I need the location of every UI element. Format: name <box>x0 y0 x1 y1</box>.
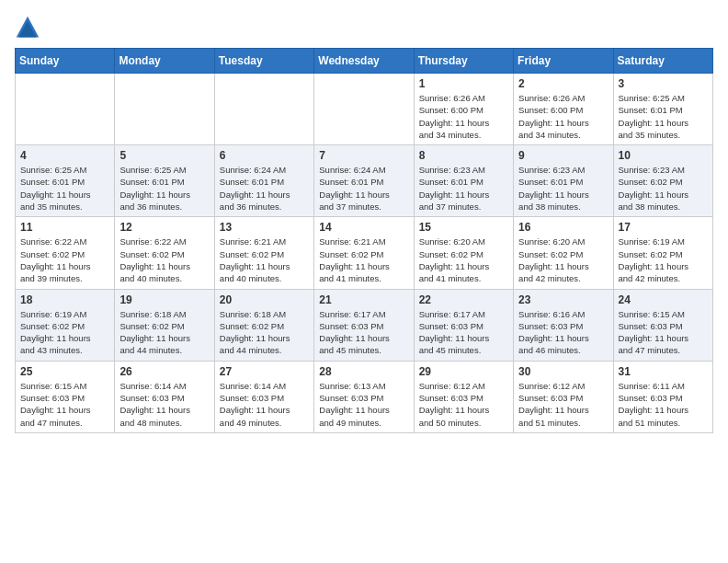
calendar-day-23: 23Sunrise: 6:16 AM Sunset: 6:03 PM Dayli… <box>514 289 613 361</box>
calendar-week-4: 18Sunrise: 6:19 AM Sunset: 6:02 PM Dayli… <box>16 289 713 361</box>
empty-cell <box>115 74 214 145</box>
day-info: Sunrise: 6:24 AM Sunset: 6:01 PM Dayligh… <box>220 164 309 213</box>
day-number: 10 <box>619 149 708 162</box>
day-info: Sunrise: 6:26 AM Sunset: 6:00 PM Dayligh… <box>419 92 508 141</box>
calendar-day-15: 15Sunrise: 6:20 AM Sunset: 6:02 PM Dayli… <box>414 217 513 289</box>
calendar-day-27: 27Sunrise: 6:14 AM Sunset: 6:03 PM Dayli… <box>214 361 313 432</box>
calendar-day-16: 16Sunrise: 6:20 AM Sunset: 6:02 PM Dayli… <box>514 217 613 289</box>
calendar-day-20: 20Sunrise: 6:18 AM Sunset: 6:02 PM Dayli… <box>214 289 313 361</box>
day-info: Sunrise: 6:14 AM Sunset: 6:03 PM Dayligh… <box>119 380 209 429</box>
day-header-wednesday: Wednesday <box>314 49 414 74</box>
calendar-day-10: 10Sunrise: 6:23 AM Sunset: 6:02 PM Dayli… <box>613 145 712 217</box>
day-info: Sunrise: 6:20 AM Sunset: 6:02 PM Dayligh… <box>419 236 508 284</box>
day-number: 26 <box>119 365 209 378</box>
day-number: 23 <box>518 293 608 306</box>
calendar-week-2: 4Sunrise: 6:25 AM Sunset: 6:01 PM Daylig… <box>16 145 713 217</box>
calendar-day-5: 5Sunrise: 6:25 AM Sunset: 6:01 PM Daylig… <box>115 145 214 217</box>
day-number: 3 <box>619 77 708 90</box>
calendar-day-4: 4Sunrise: 6:25 AM Sunset: 6:01 PM Daylig… <box>16 145 115 217</box>
calendar-week-5: 25Sunrise: 6:15 AM Sunset: 6:03 PM Dayli… <box>16 361 713 432</box>
day-number: 15 <box>419 221 508 234</box>
day-number: 31 <box>619 365 708 378</box>
empty-cell <box>16 74 115 145</box>
day-info: Sunrise: 6:20 AM Sunset: 6:02 PM Dayligh… <box>518 236 608 284</box>
day-number: 4 <box>20 149 109 162</box>
calendar-day-18: 18Sunrise: 6:19 AM Sunset: 6:02 PM Dayli… <box>16 289 115 361</box>
day-header-friday: Friday <box>514 49 613 74</box>
day-info: Sunrise: 6:13 AM Sunset: 6:03 PM Dayligh… <box>319 380 408 429</box>
day-info: Sunrise: 6:15 AM Sunset: 6:03 PM Dayligh… <box>619 308 708 357</box>
day-header-saturday: Saturday <box>613 49 712 74</box>
empty-cell <box>214 74 313 145</box>
day-header-sunday: Sunday <box>16 49 115 74</box>
calendar-day-21: 21Sunrise: 6:17 AM Sunset: 6:03 PM Dayli… <box>314 289 414 361</box>
day-info: Sunrise: 6:24 AM Sunset: 6:01 PM Dayligh… <box>319 164 408 213</box>
calendar-week-1: 1Sunrise: 6:26 AM Sunset: 6:00 PM Daylig… <box>16 74 713 145</box>
calendar-header-row: SundayMondayTuesdayWednesdayThursdayFrid… <box>16 49 713 74</box>
day-header-thursday: Thursday <box>414 49 513 74</box>
calendar-day-30: 30Sunrise: 6:12 AM Sunset: 6:03 PM Dayli… <box>514 361 613 432</box>
calendar-day-22: 22Sunrise: 6:17 AM Sunset: 6:03 PM Dayli… <box>414 289 513 361</box>
day-header-monday: Monday <box>115 49 214 74</box>
day-info: Sunrise: 6:12 AM Sunset: 6:03 PM Dayligh… <box>419 380 508 429</box>
day-info: Sunrise: 6:21 AM Sunset: 6:02 PM Dayligh… <box>319 236 408 284</box>
day-number: 25 <box>20 365 109 378</box>
day-info: Sunrise: 6:18 AM Sunset: 6:02 PM Dayligh… <box>220 308 309 357</box>
day-number: 2 <box>518 77 608 90</box>
day-info: Sunrise: 6:23 AM Sunset: 6:01 PM Dayligh… <box>518 164 608 213</box>
page-header <box>15 15 713 40</box>
day-number: 12 <box>119 221 209 234</box>
calendar-day-6: 6Sunrise: 6:24 AM Sunset: 6:01 PM Daylig… <box>214 145 313 217</box>
day-number: 24 <box>619 293 708 306</box>
calendar-day-7: 7Sunrise: 6:24 AM Sunset: 6:01 PM Daylig… <box>314 145 414 217</box>
day-number: 29 <box>419 365 508 378</box>
calendar-day-14: 14Sunrise: 6:21 AM Sunset: 6:02 PM Dayli… <box>314 217 414 289</box>
day-info: Sunrise: 6:12 AM Sunset: 6:03 PM Dayligh… <box>518 380 608 429</box>
day-info: Sunrise: 6:21 AM Sunset: 6:02 PM Dayligh… <box>220 236 309 284</box>
calendar-day-26: 26Sunrise: 6:14 AM Sunset: 6:03 PM Dayli… <box>115 361 214 432</box>
day-number: 7 <box>319 149 408 162</box>
empty-cell <box>314 74 414 145</box>
day-number: 19 <box>119 293 209 306</box>
calendar-day-12: 12Sunrise: 6:22 AM Sunset: 6:02 PM Dayli… <box>115 217 214 289</box>
day-info: Sunrise: 6:26 AM Sunset: 6:00 PM Dayligh… <box>518 92 608 141</box>
day-number: 28 <box>319 365 408 378</box>
day-number: 13 <box>220 221 309 234</box>
day-info: Sunrise: 6:11 AM Sunset: 6:03 PM Dayligh… <box>619 380 708 429</box>
day-info: Sunrise: 6:25 AM Sunset: 6:01 PM Dayligh… <box>119 164 209 213</box>
calendar-day-13: 13Sunrise: 6:21 AM Sunset: 6:02 PM Dayli… <box>214 217 313 289</box>
day-number: 6 <box>220 149 309 162</box>
day-info: Sunrise: 6:25 AM Sunset: 6:01 PM Dayligh… <box>20 164 109 213</box>
calendar-day-24: 24Sunrise: 6:15 AM Sunset: 6:03 PM Dayli… <box>613 289 712 361</box>
logo-icon <box>15 15 40 40</box>
day-number: 1 <box>419 77 508 90</box>
calendar-week-3: 11Sunrise: 6:22 AM Sunset: 6:02 PM Dayli… <box>16 217 713 289</box>
calendar-table: SundayMondayTuesdayWednesdayThursdayFrid… <box>15 48 713 433</box>
day-number: 27 <box>220 365 309 378</box>
day-number: 21 <box>319 293 408 306</box>
calendar-day-11: 11Sunrise: 6:22 AM Sunset: 6:02 PM Dayli… <box>16 217 115 289</box>
day-info: Sunrise: 6:25 AM Sunset: 6:01 PM Dayligh… <box>619 92 708 141</box>
day-number: 16 <box>518 221 608 234</box>
day-number: 8 <box>419 149 508 162</box>
day-info: Sunrise: 6:22 AM Sunset: 6:02 PM Dayligh… <box>119 236 209 284</box>
day-number: 20 <box>220 293 309 306</box>
calendar-day-17: 17Sunrise: 6:19 AM Sunset: 6:02 PM Dayli… <box>613 217 712 289</box>
day-info: Sunrise: 6:17 AM Sunset: 6:03 PM Dayligh… <box>419 308 508 357</box>
calendar-day-3: 3Sunrise: 6:25 AM Sunset: 6:01 PM Daylig… <box>613 74 712 145</box>
day-info: Sunrise: 6:19 AM Sunset: 6:02 PM Dayligh… <box>20 308 109 357</box>
day-number: 9 <box>518 149 608 162</box>
calendar-day-19: 19Sunrise: 6:18 AM Sunset: 6:02 PM Dayli… <box>115 289 214 361</box>
day-info: Sunrise: 6:15 AM Sunset: 6:03 PM Dayligh… <box>20 380 109 429</box>
day-info: Sunrise: 6:18 AM Sunset: 6:02 PM Dayligh… <box>119 308 209 357</box>
calendar-day-31: 31Sunrise: 6:11 AM Sunset: 6:03 PM Dayli… <box>613 361 712 432</box>
day-number: 17 <box>619 221 708 234</box>
day-number: 5 <box>119 149 209 162</box>
day-number: 18 <box>20 293 109 306</box>
calendar-day-8: 8Sunrise: 6:23 AM Sunset: 6:01 PM Daylig… <box>414 145 513 217</box>
calendar-day-9: 9Sunrise: 6:23 AM Sunset: 6:01 PM Daylig… <box>514 145 613 217</box>
day-number: 14 <box>319 221 408 234</box>
day-info: Sunrise: 6:23 AM Sunset: 6:01 PM Dayligh… <box>419 164 508 213</box>
day-info: Sunrise: 6:22 AM Sunset: 6:02 PM Dayligh… <box>20 236 109 284</box>
day-info: Sunrise: 6:16 AM Sunset: 6:03 PM Dayligh… <box>518 308 608 357</box>
